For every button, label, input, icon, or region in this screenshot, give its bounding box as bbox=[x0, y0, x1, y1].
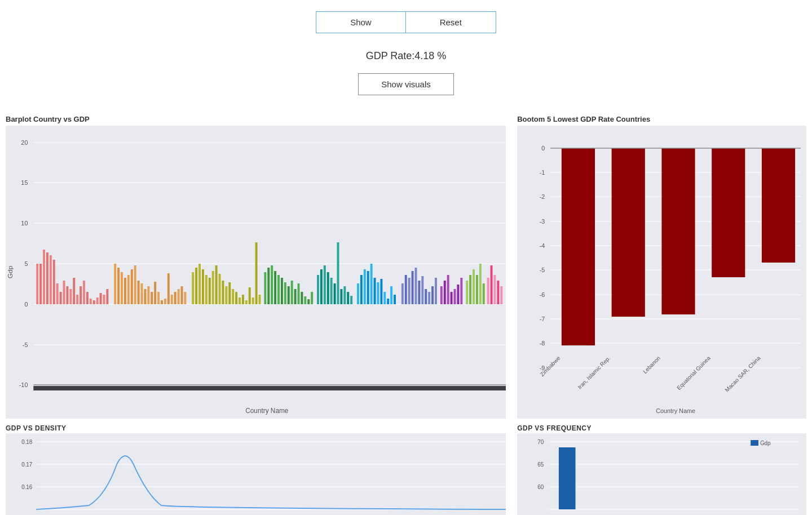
svg-rect-95 bbox=[307, 299, 310, 304]
svg-text:0: 0 bbox=[541, 145, 545, 152]
svg-rect-80 bbox=[255, 242, 258, 304]
svg-rect-39 bbox=[114, 264, 116, 304]
svg-rect-86 bbox=[277, 275, 280, 304]
svg-rect-146 bbox=[494, 275, 496, 304]
svg-rect-127 bbox=[425, 289, 427, 304]
svg-rect-53 bbox=[161, 300, 163, 304]
svg-rect-142 bbox=[479, 264, 482, 304]
svg-text:5: 5 bbox=[24, 260, 28, 267]
svg-rect-132 bbox=[444, 281, 446, 304]
svg-text:Gdp: Gdp bbox=[760, 440, 771, 446]
frequency-chart: 70 65 60 Gdp bbox=[517, 433, 806, 515]
svg-rect-96 bbox=[311, 292, 313, 304]
svg-rect-78 bbox=[249, 287, 251, 304]
svg-rect-200 bbox=[751, 440, 758, 446]
svg-rect-73 bbox=[232, 289, 234, 304]
svg-rect-66 bbox=[209, 278, 211, 304]
reset-button[interactable]: Reset bbox=[405, 11, 496, 33]
svg-rect-47 bbox=[141, 283, 143, 304]
svg-rect-130 bbox=[435, 278, 437, 304]
svg-rect-21 bbox=[50, 255, 52, 304]
svg-rect-38 bbox=[106, 289, 108, 304]
svg-rect-31 bbox=[83, 281, 85, 304]
svg-rect-79 bbox=[252, 298, 254, 304]
svg-rect-122 bbox=[408, 278, 411, 304]
svg-text:-10: -10 bbox=[19, 381, 28, 388]
svg-rect-138 bbox=[466, 281, 468, 304]
svg-rect-65 bbox=[205, 275, 208, 304]
svg-rect-18 bbox=[39, 264, 42, 304]
svg-text:Country Name: Country Name bbox=[656, 407, 695, 414]
svg-rect-64 bbox=[202, 269, 204, 304]
svg-text:Country Name: Country Name bbox=[245, 407, 289, 415]
svg-rect-33 bbox=[90, 299, 92, 304]
show-visuals-button[interactable]: Show visuals bbox=[358, 73, 454, 95]
svg-text:-3: -3 bbox=[540, 218, 545, 225]
svg-rect-70 bbox=[222, 281, 224, 304]
svg-text:15: 15 bbox=[21, 179, 28, 186]
svg-rect-145 bbox=[491, 265, 493, 304]
svg-text:20: 20 bbox=[21, 139, 28, 146]
svg-rect-100 bbox=[327, 272, 329, 304]
svg-rect-29 bbox=[76, 295, 78, 304]
svg-rect-57 bbox=[174, 292, 176, 304]
svg-rect-32 bbox=[86, 292, 89, 304]
svg-rect-97 bbox=[317, 275, 319, 304]
svg-rect-82 bbox=[264, 272, 266, 304]
show-button[interactable]: Show bbox=[316, 11, 405, 33]
svg-rect-88 bbox=[284, 282, 286, 304]
svg-rect-85 bbox=[274, 271, 276, 304]
svg-rect-144 bbox=[487, 278, 489, 304]
svg-text:-4: -4 bbox=[540, 242, 545, 249]
svg-rect-135 bbox=[454, 289, 456, 304]
svg-rect-133 bbox=[447, 275, 449, 304]
svg-rect-45 bbox=[134, 265, 136, 304]
svg-rect-137 bbox=[460, 278, 462, 304]
svg-rect-147 bbox=[497, 281, 499, 304]
svg-rect-124 bbox=[415, 268, 417, 304]
svg-rect-175 bbox=[712, 148, 745, 277]
svg-rect-89 bbox=[288, 286, 290, 304]
svg-rect-112 bbox=[370, 264, 373, 304]
svg-text:0.17: 0.17 bbox=[21, 461, 33, 468]
svg-rect-176 bbox=[762, 148, 795, 263]
svg-rect-114 bbox=[377, 282, 379, 304]
svg-rect-172 bbox=[562, 148, 595, 345]
svg-rect-44 bbox=[131, 269, 133, 304]
svg-rect-81 bbox=[259, 295, 261, 304]
svg-text:65: 65 bbox=[538, 461, 544, 468]
bottom5-title: Bootom 5 Lowest GDP Rate Countries bbox=[517, 115, 806, 123]
svg-rect-139 bbox=[469, 275, 471, 304]
svg-rect-84 bbox=[271, 265, 273, 304]
svg-text:70: 70 bbox=[538, 439, 544, 445]
svg-rect-143 bbox=[483, 283, 485, 304]
svg-rect-110 bbox=[364, 269, 366, 304]
svg-rect-43 bbox=[127, 275, 130, 304]
svg-rect-77 bbox=[245, 300, 248, 304]
svg-rect-119 bbox=[394, 295, 396, 304]
svg-rect-105 bbox=[343, 286, 346, 304]
svg-rect-121 bbox=[405, 275, 407, 304]
svg-rect-87 bbox=[281, 278, 283, 304]
svg-rect-108 bbox=[357, 283, 359, 304]
svg-rect-94 bbox=[304, 296, 306, 304]
svg-rect-74 bbox=[235, 292, 237, 304]
svg-rect-60 bbox=[184, 292, 186, 304]
svg-rect-36 bbox=[100, 293, 102, 304]
svg-text:-7: -7 bbox=[540, 316, 545, 322]
svg-rect-49 bbox=[147, 286, 149, 304]
svg-rect-116 bbox=[383, 292, 386, 304]
svg-rect-104 bbox=[340, 289, 342, 304]
svg-rect-42 bbox=[124, 278, 126, 304]
svg-rect-115 bbox=[380, 279, 382, 304]
svg-rect-75 bbox=[239, 298, 241, 304]
svg-rect-40 bbox=[117, 268, 120, 304]
svg-rect-34 bbox=[93, 300, 95, 304]
svg-text:60: 60 bbox=[538, 484, 544, 490]
svg-rect-54 bbox=[164, 299, 166, 304]
svg-text:0.16: 0.16 bbox=[21, 484, 33, 490]
svg-text:10: 10 bbox=[21, 220, 28, 227]
svg-rect-99 bbox=[324, 265, 326, 304]
gdp-rate-display: GDP Rate:4.18 % bbox=[366, 50, 447, 62]
svg-text:-8: -8 bbox=[540, 340, 545, 347]
